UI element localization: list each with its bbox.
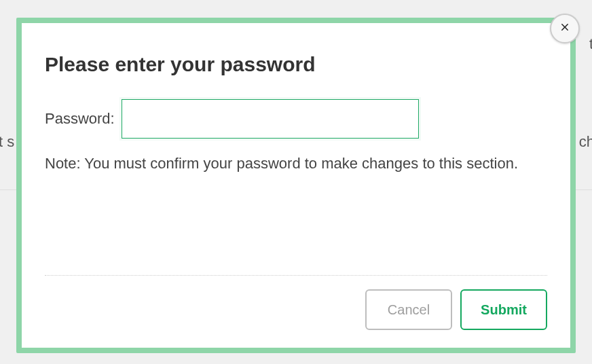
modal-body: Please enter your password Password: Not… [22,23,570,348]
password-input[interactable] [122,99,419,139]
backdrop-text-fragment: ch [579,133,592,151]
modal-title: Please enter your password [45,53,547,76]
close-icon [559,21,571,36]
modal-footer: Cancel Submit [45,275,547,330]
cancel-button[interactable]: Cancel [365,289,452,330]
submit-button[interactable]: Submit [460,289,547,330]
password-modal: Please enter your password Password: Not… [16,18,576,353]
password-field-row: Password: [45,99,547,139]
confirmation-note: Note: You must confirm your password to … [45,152,547,175]
backdrop-text-fragment: t s [0,133,14,151]
close-button[interactable] [550,14,580,43]
backdrop-text-fragment: t [589,35,592,53]
password-label: Password: [45,110,115,128]
